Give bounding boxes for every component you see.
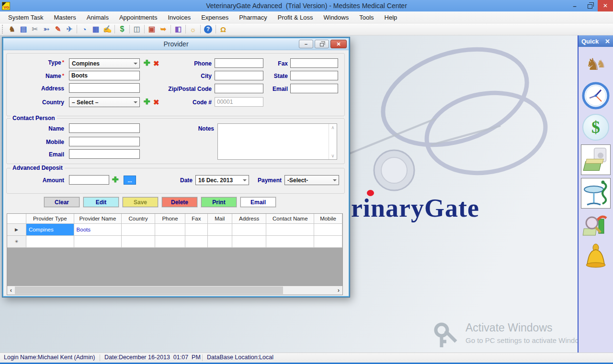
contact-email-field[interactable] bbox=[69, 149, 140, 159]
add-deposit-icon[interactable]: ✚ bbox=[112, 176, 118, 184]
clear-button[interactable]: Clear bbox=[44, 197, 79, 207]
grid-cell[interactable] bbox=[26, 236, 74, 248]
sidebar-item-reports[interactable] bbox=[581, 211, 611, 240]
phone-field[interactable] bbox=[215, 58, 263, 68]
send-plane-icon[interactable]: ✈ bbox=[64, 24, 75, 34]
delete-button[interactable]: Delete bbox=[162, 197, 197, 207]
pharmacy-box-icon[interactable]: ▣ bbox=[146, 24, 158, 34]
inventory-box-icon[interactable]: ◫ bbox=[131, 24, 143, 34]
table-row[interactable]: ▶CompinesBoots bbox=[7, 224, 342, 236]
help-icon[interactable]: ? bbox=[204, 25, 212, 33]
sidebar-item-pharmacy[interactable] bbox=[581, 178, 611, 209]
bird-icon[interactable]: ➳ bbox=[41, 24, 52, 34]
grid-cell[interactable] bbox=[314, 236, 342, 248]
sidebar-item-reminders[interactable] bbox=[581, 243, 611, 272]
city-field[interactable] bbox=[215, 71, 263, 80]
menu-item-profit-loss[interactable]: Profit & Loss bbox=[272, 11, 318, 23]
grid-cell[interactable] bbox=[122, 224, 155, 236]
menu-item-windows[interactable]: Windows bbox=[318, 11, 354, 23]
menu-item-tools[interactable]: Tools bbox=[354, 11, 379, 23]
menu-item-help[interactable]: Help bbox=[379, 11, 403, 23]
type-combobox[interactable]: Compines bbox=[69, 58, 140, 68]
owners-book-icon[interactable]: ▤ bbox=[18, 24, 29, 34]
grid-cell[interactable] bbox=[155, 236, 185, 248]
grid-cell[interactable] bbox=[122, 236, 155, 248]
state-field[interactable] bbox=[290, 71, 338, 80]
grid-cell[interactable] bbox=[266, 236, 314, 248]
contact-name-field[interactable] bbox=[69, 123, 140, 133]
prescription-pen-icon[interactable]: ✎ bbox=[52, 24, 64, 34]
menu-item-appointments[interactable]: Appointments bbox=[114, 11, 163, 23]
animals-dog-icon[interactable]: ♞ bbox=[6, 24, 18, 34]
reports-chart-icon[interactable]: ◧ bbox=[172, 24, 184, 34]
sidebar-item-expenses[interactable] bbox=[581, 144, 611, 175]
menu-item-invoices[interactable]: Invoices bbox=[162, 11, 196, 23]
grid-cell[interactable] bbox=[314, 224, 342, 236]
scroll-right-icon[interactable]: › bbox=[335, 286, 342, 295]
grid-cell[interactable]: Boots bbox=[74, 224, 122, 236]
table-row[interactable]: ✳ bbox=[7, 236, 342, 248]
row-selector[interactable]: ✳ bbox=[7, 236, 26, 248]
restore-button[interactable] bbox=[582, 0, 598, 11]
menu-item-masters[interactable]: Masters bbox=[48, 11, 81, 23]
grid-cell[interactable] bbox=[208, 224, 232, 236]
fax-field[interactable] bbox=[290, 58, 338, 68]
zip-field[interactable] bbox=[215, 84, 263, 93]
name-field[interactable] bbox=[69, 71, 140, 80]
dialog-restore-button[interactable] bbox=[315, 40, 329, 48]
grid-cell[interactable] bbox=[208, 236, 232, 248]
expense-note-icon[interactable]: ✍ bbox=[102, 24, 113, 34]
sidebar-item-animals[interactable]: ♞ ♞ bbox=[581, 50, 611, 78]
add-country-icon[interactable]: ✚ bbox=[144, 98, 150, 106]
provider-dialog-titlebar[interactable]: Provider – ✕ bbox=[3, 38, 349, 50]
notes-text[interactable] bbox=[218, 124, 329, 159]
grid-cell[interactable] bbox=[185, 224, 208, 236]
scroll-down-icon[interactable]: ∨ bbox=[331, 153, 334, 158]
edit-button[interactable]: Edit bbox=[83, 197, 119, 207]
email-field[interactable] bbox=[290, 84, 338, 93]
appointments-clock-icon[interactable]: ◔ bbox=[79, 24, 90, 34]
minimize-button[interactable]: – bbox=[567, 0, 582, 11]
scroll-up-icon[interactable]: ∧ bbox=[331, 125, 334, 130]
grid-cell[interactable] bbox=[155, 224, 185, 236]
quick-sidebar-close-icon[interactable]: ✕ bbox=[605, 38, 610, 45]
grid-cell[interactable] bbox=[74, 236, 122, 248]
grid-hscrollbar[interactable]: ‹ › bbox=[7, 286, 342, 295]
sidebar-item-appointments[interactable] bbox=[581, 81, 611, 110]
menu-item-pharmacy[interactable]: Pharmacy bbox=[234, 11, 272, 23]
grid-cell[interactable] bbox=[266, 224, 314, 236]
deposit-date-picker[interactable]: 16 Dec. 2013 bbox=[195, 175, 249, 185]
dialog-close-button[interactable]: ✕ bbox=[330, 40, 347, 48]
contact-mobile-field[interactable] bbox=[69, 137, 140, 146]
grid-cell[interactable] bbox=[185, 236, 208, 248]
save-button[interactable]: Save bbox=[123, 197, 158, 207]
menu-item-system-task[interactable]: System Task bbox=[3, 11, 48, 23]
grid-cell[interactable] bbox=[232, 224, 267, 236]
sidebar-item-payments[interactable]: $ bbox=[581, 113, 611, 142]
print-button[interactable]: Print bbox=[201, 197, 237, 207]
reminder-alarm-icon[interactable]: ☼ bbox=[187, 24, 199, 34]
grid-cell[interactable]: Compines bbox=[26, 224, 74, 236]
payments-dollar-icon[interactable]: $ bbox=[116, 24, 128, 34]
grooming-icon[interactable]: ✂ bbox=[29, 24, 41, 34]
amount-field[interactable] bbox=[69, 175, 109, 185]
invoice-card-icon[interactable]: ▦ bbox=[90, 24, 102, 34]
hscroll-thumb[interactable] bbox=[15, 287, 283, 294]
bell-icon[interactable]: Ω bbox=[217, 24, 229, 34]
grid-cell[interactable] bbox=[232, 236, 267, 248]
notes-field[interactable]: ∧ ∨ bbox=[217, 123, 337, 160]
close-button[interactable]: ✕ bbox=[598, 0, 613, 11]
menu-item-animals[interactable]: Animals bbox=[81, 11, 114, 23]
browse-deposit-button[interactable]: ... bbox=[124, 176, 136, 185]
add-type-icon[interactable]: ✚ bbox=[144, 59, 150, 67]
address-field[interactable] bbox=[69, 83, 140, 93]
scroll-left-icon[interactable]: ‹ bbox=[7, 286, 15, 295]
notes-scrollbar[interactable]: ∧ ∨ bbox=[329, 124, 337, 159]
menu-item-expenses[interactable]: Expenses bbox=[196, 11, 234, 23]
email-button[interactable]: Email bbox=[240, 197, 276, 207]
dialog-minimize-button[interactable]: – bbox=[299, 40, 313, 48]
row-selector[interactable]: ▶ bbox=[7, 224, 26, 236]
backup-arrow-icon[interactable]: ➥ bbox=[158, 24, 169, 34]
payment-combobox[interactable]: -Select- bbox=[284, 175, 339, 185]
country-combobox[interactable]: – Select – bbox=[69, 97, 140, 107]
